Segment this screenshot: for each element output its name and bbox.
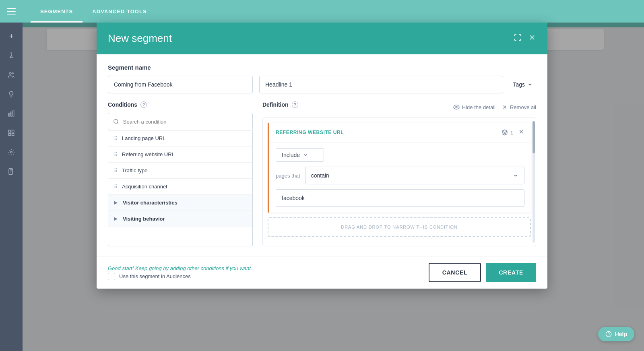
cancel-button[interactable]: CANCEL: [429, 263, 481, 282]
top-nav-tabs: SEGMENTS ADVANCED TOOLS: [31, 0, 157, 23]
conditions-label: Conditions ?: [108, 101, 253, 108]
segment-name-label: Segment name: [108, 64, 536, 71]
svg-rect-5: [8, 130, 10, 132]
tab-segments[interactable]: SEGMENTS: [31, 0, 83, 23]
condition-visiting-behavior[interactable]: ▶ Visiting behavior: [108, 211, 252, 227]
modal-header: New segment: [97, 23, 547, 54]
sidebar-flask-icon[interactable]: [2, 47, 20, 64]
sidebar-gear-icon[interactable]: [2, 143, 20, 161]
conditions-definition-row: Conditions ? ⠿ Landing page URL ⠿: [108, 101, 536, 246]
scrollbar[interactable]: [533, 121, 535, 243]
layers-icon: [502, 129, 508, 136]
condition-card-title: REFERRING WEBSITE URL: [276, 130, 344, 135]
modal-header-actions: [514, 33, 536, 43]
drag-handle: ⠿: [114, 168, 118, 173]
tags-dropdown[interactable]: Tags: [510, 81, 536, 88]
svg-rect-4: [13, 111, 14, 116]
svg-point-13: [114, 119, 118, 123]
condition-traffic-type[interactable]: ⠿ Traffic type: [108, 163, 252, 179]
search-input[interactable]: [123, 119, 248, 125]
footer-buttons: CANCEL CREATE: [429, 263, 536, 282]
tab-advanced-tools[interactable]: ADVANCED TOOLS: [83, 0, 156, 23]
sidebar-chart-icon[interactable]: [2, 105, 20, 122]
svg-point-1: [12, 73, 13, 74]
drag-handle: ⠿: [114, 184, 118, 190]
modal-body: Segment name Tags Conditions ?: [97, 54, 547, 256]
dropdown-arrow: [303, 153, 308, 157]
conditions-list: ⠿ Landing page URL ⠿ Referring website U…: [108, 130, 253, 246]
contain-dropdown-arrow: [513, 173, 518, 178]
x-icon: [502, 104, 508, 110]
condition-card-body: Include pages that contain: [269, 142, 531, 213]
include-dropdown[interactable]: Include: [276, 148, 324, 162]
expand-arrow: ▶: [114, 200, 117, 205]
condition-card-actions: 1: [502, 128, 524, 136]
svg-point-0: [10, 72, 12, 74]
condition-acquisition-channel[interactable]: ⠿ Acquisition channel: [108, 179, 252, 195]
footer-checkbox-row: Use this segment in Audiences: [108, 273, 252, 280]
hamburger-line-2: [7, 11, 16, 12]
headline-input[interactable]: [259, 76, 503, 93]
pages-row: pages that contain: [276, 167, 524, 184]
top-nav: SEGMENTS ADVANCED TOOLS: [0, 0, 644, 23]
svg-point-15: [456, 106, 457, 108]
hamburger-menu[interactable]: [0, 0, 23, 23]
audiences-checkbox[interactable]: [108, 273, 115, 280]
referring-website-url-card: REFERRING WEBSITE URL 1: [268, 123, 531, 213]
expand-arrow: ▶: [114, 216, 117, 221]
new-segment-modal: New segment Segment name Tags: [97, 23, 547, 289]
scrollbar-thumb: [533, 121, 535, 153]
segment-name-input[interactable]: [108, 76, 253, 93]
url-input[interactable]: [276, 189, 524, 207]
modal-title: New segment: [108, 32, 172, 45]
audiences-checkbox-label: Use this segment in Audiences: [119, 273, 191, 279]
svg-rect-2: [8, 114, 10, 116]
hamburger-line-3: [7, 14, 16, 14]
definition-header: Definition ? Hide the detail: [262, 101, 536, 113]
segment-name-row: Tags: [108, 76, 536, 93]
remove-all-btn[interactable]: Remove all: [502, 104, 536, 110]
pages-label: pages that: [276, 173, 300, 179]
layer-badge: 1: [502, 129, 513, 136]
svg-point-9: [10, 151, 12, 153]
definition-panel: Definition ? Hide the detail: [262, 101, 536, 246]
expand-icon[interactable]: [514, 33, 522, 43]
conditions-search-box: [108, 113, 253, 130]
sidebar-people-icon[interactable]: [2, 66, 20, 84]
drag-handle: ⠿: [114, 152, 118, 157]
definition-content: REFERRING WEBSITE URL 1: [262, 118, 536, 246]
condition-card-close[interactable]: [518, 128, 524, 136]
conditions-help-icon[interactable]: ?: [140, 101, 147, 108]
condition-card-header: REFERRING WEBSITE URL 1: [269, 123, 531, 142]
condition-landing-page-url[interactable]: ⠿ Landing page URL: [108, 130, 252, 147]
footer-hint: Good start! Keep going by adding other c…: [108, 265, 252, 271]
condition-visitor-characteristics[interactable]: ▶ Visitor characteristics: [108, 195, 252, 211]
hide-detail-btn[interactable]: Hide the detail: [453, 104, 495, 110]
modal-footer: Good start! Keep going by adding other c…: [97, 256, 547, 289]
footer-left-section: Good start! Keep going by adding other c…: [108, 265, 252, 280]
drag-handle: ⠿: [114, 136, 118, 141]
definition-actions: Hide the detail Remove all: [453, 104, 536, 110]
condition-referring-website-url[interactable]: ⠿ Referring website URL: [108, 147, 252, 163]
svg-rect-7: [8, 134, 10, 136]
help-circle-icon: [605, 331, 612, 337]
svg-rect-3: [11, 112, 12, 116]
eye-icon: [453, 104, 460, 110]
sidebar-target-icon[interactable]: [2, 124, 20, 142]
sidebar-bulb-icon[interactable]: [2, 85, 20, 103]
drag-drop-zone: DRAG AND DROP TO NARROW THIS CONDITION: [268, 217, 531, 237]
help-button[interactable]: Help: [598, 327, 634, 341]
definition-help-icon[interactable]: ?: [292, 101, 298, 108]
contain-dropdown[interactable]: contain: [305, 167, 524, 184]
create-button[interactable]: CREATE: [486, 263, 536, 282]
svg-line-14: [117, 123, 118, 124]
svg-marker-18: [502, 130, 507, 132]
svg-rect-8: [12, 134, 14, 136]
hamburger-line-1: [7, 8, 16, 9]
search-icon: [113, 118, 119, 125]
sidebar-plus-icon[interactable]: +: [2, 27, 20, 45]
close-icon[interactable]: [528, 33, 536, 43]
svg-rect-6: [12, 130, 14, 132]
sidebar-docs-icon[interactable]: [2, 163, 20, 180]
definition-label: Definition ?: [262, 101, 298, 108]
